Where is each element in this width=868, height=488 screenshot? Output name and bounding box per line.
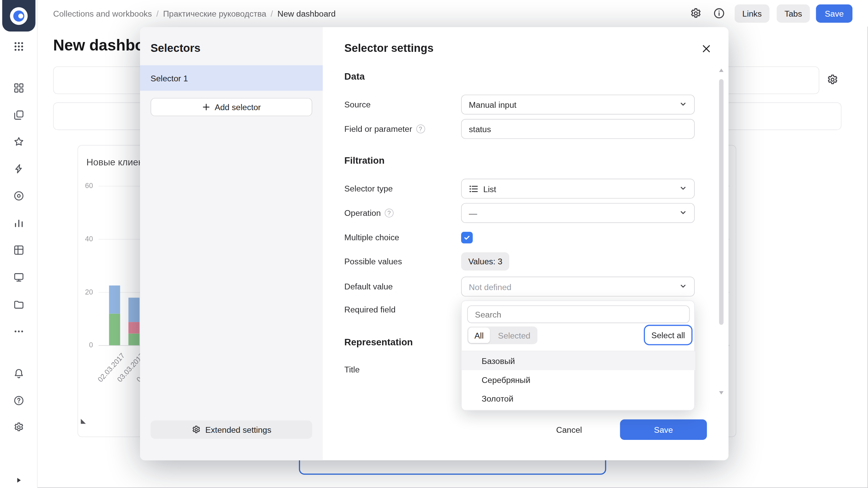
section-representation: Representation bbox=[344, 337, 413, 348]
possible-values-chip[interactable]: Values: 3 bbox=[461, 252, 510, 270]
chevron-down-icon bbox=[679, 282, 687, 291]
selector-type-label: Selector type bbox=[344, 184, 393, 193]
required-field-label: Required field bbox=[344, 305, 396, 314]
dialog-save-button[interactable]: Save bbox=[620, 420, 707, 440]
close-button[interactable] bbox=[700, 42, 713, 55]
breadcrumb-separator: / bbox=[156, 8, 159, 18]
operation-value: — bbox=[469, 208, 477, 218]
widget-settings-button[interactable] bbox=[825, 72, 841, 87]
value-option[interactable]: Базовый bbox=[462, 351, 695, 370]
selectors-panel: Selectors Selector 1 Add selector Extend… bbox=[140, 27, 323, 460]
source-select[interactable]: Manual input bbox=[461, 95, 695, 115]
required-field-label-text: Required field bbox=[344, 305, 396, 314]
filter-all-button[interactable]: All bbox=[468, 328, 490, 343]
possible-values-label: Possible values bbox=[344, 257, 402, 266]
datalens-logo-icon bbox=[9, 6, 29, 26]
collapse-icon[interactable] bbox=[12, 474, 25, 487]
storage-icon[interactable] bbox=[12, 298, 25, 311]
bar-segment bbox=[129, 322, 140, 333]
selector-item-label: Selector 1 bbox=[151, 73, 188, 83]
source-label-text: Source bbox=[344, 100, 371, 109]
field-or-parameter-input[interactable] bbox=[461, 119, 695, 139]
operation-label: Operation ? bbox=[344, 208, 394, 218]
editor-icon[interactable] bbox=[12, 270, 25, 284]
breadcrumb-separator: / bbox=[271, 8, 273, 18]
info-icon bbox=[713, 7, 725, 19]
extended-settings-button[interactable]: Extended settings bbox=[151, 421, 312, 439]
select-all-button[interactable]: Select all bbox=[645, 326, 691, 344]
bar-segment bbox=[129, 333, 140, 345]
values-dropdown-popup: All Selected Select all Базовый Серебрян… bbox=[461, 301, 695, 411]
header-info-button[interactable] bbox=[711, 5, 727, 21]
source-value: Manual input bbox=[469, 100, 516, 109]
help-icon[interactable]: ? bbox=[384, 208, 393, 217]
value-option[interactable]: Золотой bbox=[462, 389, 695, 408]
check-icon bbox=[463, 234, 471, 241]
selector-list-item[interactable]: Selector 1 bbox=[140, 65, 323, 91]
add-selector-button[interactable]: Add selector bbox=[151, 98, 312, 116]
field-or-parameter-label: Field or parameter ? bbox=[344, 124, 425, 134]
multiple-choice-label-text: Multiple choice bbox=[344, 232, 399, 242]
filter-selected-button[interactable]: Selected bbox=[492, 328, 536, 343]
header-settings-button[interactable] bbox=[688, 5, 704, 21]
bar-segment bbox=[109, 314, 120, 345]
scroll-down-arrow[interactable] bbox=[719, 391, 724, 394]
scroll-up-arrow[interactable] bbox=[719, 68, 724, 72]
help-icon[interactable]: ? bbox=[416, 124, 425, 133]
bar-segment bbox=[129, 298, 140, 322]
selectors-panel-title: Selectors bbox=[151, 42, 200, 55]
title-field-label: Title bbox=[344, 365, 360, 374]
section-data: Data bbox=[344, 72, 365, 83]
field-or-parameter-label-text: Field or parameter bbox=[344, 124, 412, 134]
settings-icon[interactable] bbox=[12, 421, 25, 434]
apps-grid-icon[interactable] bbox=[12, 40, 25, 53]
tabs-button[interactable]: Tabs bbox=[777, 4, 810, 23]
collections-icon[interactable] bbox=[12, 108, 25, 122]
list-icon bbox=[469, 184, 478, 194]
gear-icon bbox=[192, 425, 201, 434]
datalens-logo[interactable] bbox=[2, 0, 36, 32]
possible-values-label-text: Possible values bbox=[344, 257, 402, 266]
links-button[interactable]: Links bbox=[735, 4, 770, 23]
more-icon[interactable] bbox=[12, 325, 25, 338]
charts-icon[interactable] bbox=[12, 216, 25, 229]
plus-icon bbox=[202, 103, 210, 111]
breadcrumb-collections[interactable]: Collections and workbooks bbox=[53, 8, 152, 18]
dashboards-icon[interactable] bbox=[12, 81, 25, 95]
values-filter-group: All Selected bbox=[467, 326, 537, 344]
breadcrumb-current: New dashboard bbox=[277, 8, 336, 18]
notifications-icon[interactable] bbox=[12, 367, 25, 380]
resize-handle-icon[interactable] bbox=[81, 419, 86, 424]
stacked-bar bbox=[109, 285, 120, 345]
breadcrumb: Collections and workbooks / Практические… bbox=[53, 0, 336, 26]
gear-icon bbox=[827, 74, 839, 86]
app-window: Collections and workbooks / Практические… bbox=[0, 0, 868, 488]
help-icon[interactable] bbox=[12, 394, 25, 407]
multiple-choice-checkbox[interactable] bbox=[461, 232, 473, 243]
bar-segment bbox=[109, 285, 120, 313]
scrollbar-thumb[interactable] bbox=[719, 79, 724, 325]
services-icon[interactable] bbox=[12, 189, 25, 202]
possible-values-text: Values: 3 bbox=[468, 257, 502, 266]
chevron-down-icon bbox=[679, 184, 687, 194]
cancel-button[interactable]: Cancel bbox=[547, 420, 591, 440]
operation-label-text: Operation bbox=[344, 208, 381, 218]
add-selector-label: Add selector bbox=[215, 102, 261, 112]
value-option[interactable]: Серебряный bbox=[462, 370, 695, 389]
section-filtration: Filtration bbox=[344, 156, 385, 167]
extended-settings-label: Extended settings bbox=[205, 425, 272, 434]
source-label: Source bbox=[344, 100, 371, 109]
connections-icon[interactable] bbox=[12, 162, 25, 175]
default-value-select[interactable]: Not defined bbox=[461, 277, 695, 297]
datasets-icon[interactable] bbox=[12, 243, 25, 257]
close-icon bbox=[701, 43, 712, 54]
chevron-down-icon bbox=[679, 208, 687, 218]
favorites-icon[interactable] bbox=[12, 135, 25, 148]
operation-select[interactable]: — bbox=[461, 203, 695, 223]
left-sidebar bbox=[0, 0, 38, 488]
breadcrumb-workbook[interactable]: Практические руководства bbox=[163, 8, 266, 18]
selectors-dialog: Selectors Selector 1 Add selector Extend… bbox=[140, 27, 729, 460]
values-search-input[interactable] bbox=[467, 305, 690, 323]
header-save-button[interactable]: Save bbox=[816, 4, 853, 23]
selector-type-select[interactable]: List bbox=[461, 179, 695, 199]
